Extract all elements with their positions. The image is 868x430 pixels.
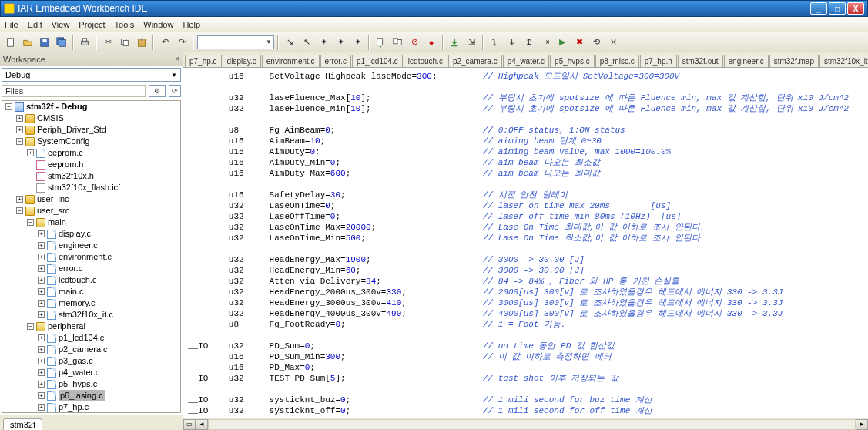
chevron-down-icon: ▼ bbox=[171, 72, 177, 79]
menu-window[interactable]: Window bbox=[143, 20, 173, 29]
main-menu[interactable]: File Edit View Project Tools Window Help bbox=[0, 17, 868, 32]
find-next-icon[interactable]: ↘ bbox=[282, 35, 297, 50]
svg-rect-13 bbox=[397, 39, 401, 45]
tree-folder[interactable]: CMSIS bbox=[37, 113, 64, 124]
tree-file[interactable]: environment.c bbox=[59, 251, 112, 263]
menu-tools[interactable]: Tools bbox=[115, 20, 135, 29]
scroll-left-icon[interactable]: ◄ bbox=[196, 419, 208, 430]
editor-tab[interactable]: display.c bbox=[223, 55, 261, 67]
editor-tab[interactable]: environment.c bbox=[262, 55, 320, 67]
save-all-icon[interactable] bbox=[54, 35, 69, 50]
tree-folder[interactable]: main bbox=[48, 217, 66, 228]
editor-tab[interactable]: p7_hp.h bbox=[640, 55, 677, 67]
scroll-split-icon[interactable]: ▭ bbox=[183, 419, 196, 430]
compile-icon[interactable] bbox=[373, 35, 388, 50]
cut-icon[interactable]: ✂ bbox=[100, 35, 116, 50]
close-button[interactable]: X bbox=[847, 2, 864, 15]
tree-file[interactable]: p7_hp.c bbox=[59, 401, 89, 413]
tree-folder[interactable]: SystemConfig bbox=[37, 136, 89, 147]
editor-tab[interactable]: stm32f.map bbox=[769, 55, 819, 67]
refresh-icon[interactable]: ⟳ bbox=[169, 85, 181, 97]
debug-no-download-icon[interactable]: ⇲ bbox=[464, 35, 479, 50]
tree-file[interactable]: main.c bbox=[59, 286, 83, 297]
find-prev-icon[interactable]: ↖ bbox=[299, 35, 314, 50]
editor-tab[interactable]: stm32f10x_it.c bbox=[819, 55, 868, 67]
step-out-icon[interactable]: ↥ bbox=[521, 35, 536, 50]
tree-file[interactable]: display.c bbox=[59, 228, 91, 240]
code-editor[interactable]: u16 SetVoltage_Highpeak_laseMode=300; //… bbox=[183, 68, 868, 418]
menu-help[interactable]: Help bbox=[183, 20, 200, 29]
editor-tab[interactable]: p5_hvps.c bbox=[550, 55, 595, 67]
stop-build-icon[interactable]: ⊘ bbox=[407, 35, 422, 50]
stop-debug-icon[interactable]: ⤫ bbox=[605, 35, 621, 50]
menu-view[interactable]: View bbox=[52, 20, 70, 29]
copy-icon[interactable] bbox=[117, 35, 132, 50]
tree-file[interactable]: memory.c bbox=[59, 297, 95, 309]
tree-file[interactable]: engineer.c bbox=[59, 240, 98, 251]
editor-tab[interactable]: engineer.c bbox=[724, 55, 769, 67]
editor-tab[interactable]: error.c bbox=[320, 55, 351, 67]
menu-project[interactable]: Project bbox=[79, 20, 105, 29]
save-icon[interactable] bbox=[37, 35, 52, 50]
minimize-button[interactable]: _ bbox=[810, 2, 827, 15]
break-icon[interactable]: ✖ bbox=[571, 35, 587, 50]
svg-rect-0 bbox=[8, 38, 14, 46]
bookmark-prev-icon[interactable]: ✦ bbox=[350, 35, 365, 50]
make-icon[interactable] bbox=[390, 35, 405, 50]
editor-tabs[interactable]: p7_hp.cdisplay.cenvironment.cerror.cp1_l… bbox=[183, 52, 868, 68]
workspace-close-icon[interactable]: × bbox=[175, 55, 179, 63]
tree-file[interactable]: p4_water.c bbox=[59, 367, 99, 378]
go-icon[interactable]: ▶ bbox=[555, 35, 570, 50]
tree-file[interactable]: stm32f10x.h bbox=[48, 170, 94, 182]
tree-file-selected[interactable]: p6_lasing.c bbox=[59, 390, 105, 401]
menu-file[interactable]: File bbox=[5, 20, 18, 29]
editor-tab[interactable]: p1_lcd104.c bbox=[352, 55, 403, 67]
tree-folder[interactable]: peripheral bbox=[48, 321, 85, 332]
editor-tab[interactable]: p7_hp.c bbox=[185, 55, 222, 67]
redo-icon[interactable]: ↷ bbox=[174, 35, 189, 50]
tree-file[interactable]: stm32f10x_it.c bbox=[59, 309, 113, 321]
editor-tab[interactable]: p2_camera.c bbox=[448, 55, 502, 67]
menu-edit[interactable]: Edit bbox=[28, 20, 42, 29]
new-file-icon[interactable] bbox=[3, 35, 18, 50]
project-root[interactable]: stm32f - Debug bbox=[26, 101, 87, 113]
bookmark-next-icon[interactable]: ✦ bbox=[333, 35, 348, 50]
tree-file[interactable]: lcdtouch.c bbox=[59, 274, 97, 286]
editor-hscrollbar[interactable]: ▭ ◄ ► bbox=[183, 418, 868, 430]
tree-file[interactable]: error.c bbox=[59, 263, 82, 274]
print-icon[interactable] bbox=[77, 35, 92, 50]
tree-folder[interactable]: user_src bbox=[37, 205, 69, 217]
editor-tab[interactable]: lcdtouch.c bbox=[404, 55, 447, 67]
step-over-icon[interactable]: ⤵ bbox=[487, 35, 502, 50]
config-combo[interactable]: Debug ▼ bbox=[2, 68, 181, 82]
tree-file[interactable]: eeprom.h bbox=[48, 159, 83, 170]
workspace-panel: Workspace × Debug ▼ Files ⚙ ⟳ −stm32f - … bbox=[0, 52, 183, 430]
reset-icon[interactable]: ⟲ bbox=[588, 35, 604, 50]
tree-folder[interactable]: Periph_Driver_Std bbox=[37, 124, 106, 136]
tree-file[interactable]: stm32f10x_flash.icf bbox=[48, 182, 120, 193]
tree-file[interactable]: p1_lcd104.c bbox=[59, 332, 104, 344]
paste-icon[interactable] bbox=[134, 35, 149, 50]
editor-tab[interactable]: p8_misc.c bbox=[595, 55, 639, 67]
scroll-right-icon[interactable]: ► bbox=[856, 419, 868, 430]
debug-download-icon[interactable] bbox=[447, 35, 462, 50]
run-to-cursor-icon[interactable]: ⇥ bbox=[538, 35, 553, 50]
files-column-icon[interactable]: ⚙ bbox=[149, 85, 166, 97]
tree-file[interactable]: p2_camera.c bbox=[59, 344, 108, 355]
tree-file[interactable]: p5_hvps.c bbox=[59, 378, 97, 390]
tree-file[interactable]: p3_gas.c bbox=[59, 355, 93, 367]
editor-tab[interactable]: stm32f.out bbox=[678, 55, 723, 67]
undo-icon[interactable]: ↶ bbox=[157, 35, 173, 50]
toggle-breakpoint-icon[interactable]: ● bbox=[424, 35, 439, 50]
svg-rect-8 bbox=[123, 40, 128, 45]
tree-folder[interactable]: user_inc bbox=[37, 193, 69, 205]
bookmark-toggle-icon[interactable]: ✦ bbox=[316, 35, 331, 50]
find-combo[interactable]: ▼ bbox=[197, 35, 274, 49]
maximize-button[interactable]: □ bbox=[829, 2, 846, 15]
open-file-icon[interactable] bbox=[20, 35, 35, 50]
tree-file[interactable]: eeprom.c bbox=[48, 147, 83, 159]
editor-tab[interactable]: p4_water.c bbox=[503, 55, 549, 67]
project-tree[interactable]: −stm32f - Debug +CMSIS +Periph_Driver_St… bbox=[2, 100, 181, 413]
workspace-tab[interactable]: stm32f bbox=[3, 418, 42, 430]
step-into-icon[interactable]: ↧ bbox=[504, 35, 519, 50]
